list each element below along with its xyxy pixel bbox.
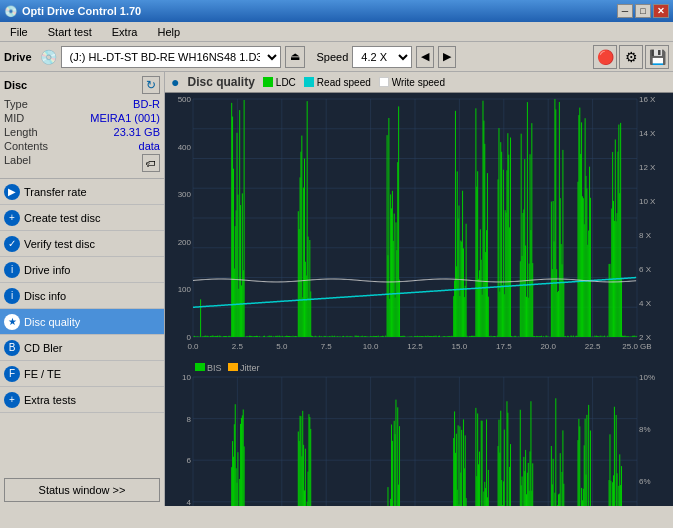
charts-area [165, 93, 673, 506]
drive-bar: Drive 💿 (J:) HL-DT-ST BD-RE WH16NS48 1.D… [0, 42, 673, 72]
speed-next-button[interactable]: ▶ [438, 46, 456, 68]
sidebar-item-cd-bler[interactable]: B CD Bler [0, 335, 164, 361]
disc-refresh-button[interactable]: ↻ [142, 76, 160, 94]
sidebar-item-disc-quality[interactable]: ★ Disc quality [0, 309, 164, 335]
sidebar-label-transfer-rate: Transfer rate [24, 186, 87, 198]
create-test-icon: + [4, 210, 20, 226]
save-icon-btn[interactable]: 💾 [645, 45, 669, 69]
minimize-button[interactable]: ─ [617, 4, 633, 18]
disc-contents-label: Contents [4, 140, 48, 152]
sidebar-item-fe-te[interactable]: F FE / TE [0, 361, 164, 387]
drive-info-icon: i [4, 262, 20, 278]
sidebar-label-cd-bler: CD Bler [24, 342, 63, 354]
disc-type-value: BD-R [133, 98, 160, 110]
disc-mid-label: MID [4, 112, 24, 124]
sidebar-label-disc-info: Disc info [24, 290, 66, 302]
sidebar-label-drive-info: Drive info [24, 264, 70, 276]
close-button[interactable]: ✕ [653, 4, 669, 18]
legend-read-speed-label: Read speed [317, 77, 371, 88]
nav-items: ▶ Transfer rate + Create test disc ✓ Ver… [0, 179, 164, 413]
sidebar-item-extra-tests[interactable]: + Extra tests [0, 387, 164, 413]
title-bar: 💿 Opti Drive Control 1.70 ─ □ ✕ [0, 0, 673, 22]
legend-ldc-label: LDC [276, 77, 296, 88]
disc-label-label: Label [4, 154, 31, 172]
menu-help[interactable]: Help [151, 24, 186, 40]
sidebar-item-drive-info[interactable]: i Drive info [0, 257, 164, 283]
sidebar-label-extra-tests: Extra tests [24, 394, 76, 406]
speed-label: Speed [317, 51, 349, 63]
drive-icon: 💿 [40, 49, 57, 65]
settings-icon-btn[interactable]: ⚙ [619, 45, 643, 69]
app-title: Opti Drive Control 1.70 [22, 5, 141, 17]
maximize-button[interactable]: □ [635, 4, 651, 18]
sidebar-item-create-test-disc[interactable]: + Create test disc [0, 205, 164, 231]
legend-write-speed-dot [379, 77, 389, 87]
disc-quality-icon: ★ [4, 314, 20, 330]
disc-panel-title: Disc [4, 79, 27, 91]
drive-select[interactable]: (J:) HL-DT-ST BD-RE WH16NS48 1.D3 [61, 46, 281, 68]
eject-button[interactable]: ⏏ [285, 46, 305, 68]
transfer-rate-icon: ▶ [4, 184, 20, 200]
top-chart [165, 93, 673, 357]
disc-icon-btn[interactable]: 🔴 [593, 45, 617, 69]
disc-label-button[interactable]: 🏷 [142, 154, 160, 172]
drive-label: Drive [4, 51, 32, 63]
cd-bler-icon: B [4, 340, 20, 356]
chart-header: ● Disc quality LDC Read speed Write spee… [165, 72, 673, 93]
sidebar: Disc ↻ Type BD-R MID MEIRA1 (001) Length… [0, 72, 165, 506]
speed-select[interactable]: 4.2 X [352, 46, 412, 68]
legend-write-speed-label: Write speed [392, 77, 445, 88]
disc-contents-value: data [139, 140, 160, 152]
sidebar-item-transfer-rate[interactable]: ▶ Transfer rate [0, 179, 164, 205]
disc-panel: Disc ↻ Type BD-R MID MEIRA1 (001) Length… [0, 72, 164, 179]
sidebar-label-disc-quality: Disc quality [24, 316, 80, 328]
sidebar-label-create-test: Create test disc [24, 212, 100, 224]
menu-extra[interactable]: Extra [106, 24, 144, 40]
fe-te-icon: F [4, 366, 20, 382]
sidebar-label-fe-te: FE / TE [24, 368, 61, 380]
chart-title: Disc quality [187, 75, 254, 89]
menu-bar: File Start test Extra Help [0, 22, 673, 42]
disc-info-icon: i [4, 288, 20, 304]
disc-type-label: Type [4, 98, 28, 110]
menu-file[interactable]: File [4, 24, 34, 40]
disc-length-label: Length [4, 126, 38, 138]
disc-length-value: 23.31 GB [114, 126, 160, 138]
legend-ldc-dot [263, 77, 273, 87]
speed-prev-button[interactable]: ◀ [416, 46, 434, 68]
verify-test-icon: ✓ [4, 236, 20, 252]
bottom-chart [165, 357, 673, 506]
main-content: Disc ↻ Type BD-R MID MEIRA1 (001) Length… [0, 72, 673, 506]
app-icon: 💿 [4, 5, 18, 18]
status-window-button[interactable]: Status window >> [4, 478, 160, 502]
extra-tests-icon: + [4, 392, 20, 408]
legend-read-speed-dot [304, 77, 314, 87]
sidebar-item-verify-test-disc[interactable]: ✓ Verify test disc [0, 231, 164, 257]
disc-mid-value: MEIRA1 (001) [90, 112, 160, 124]
sidebar-label-verify-test: Verify test disc [24, 238, 95, 250]
right-panel: ● Disc quality LDC Read speed Write spee… [165, 72, 673, 506]
sidebar-item-disc-info[interactable]: i Disc info [0, 283, 164, 309]
menu-start-test[interactable]: Start test [42, 24, 98, 40]
